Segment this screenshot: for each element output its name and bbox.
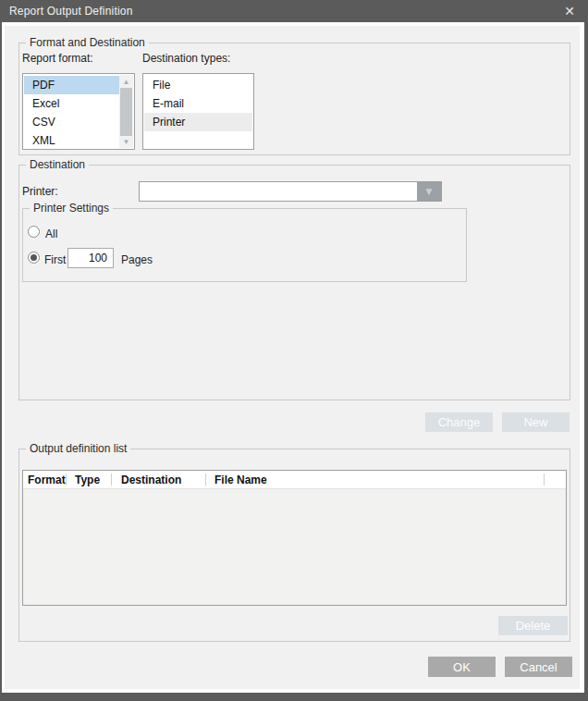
- report-format-listbox: PDF Excel CSV XML ▲ ▼: [22, 73, 135, 150]
- column-header-type[interactable]: Type: [67, 471, 112, 488]
- close-icon[interactable]: ✕: [558, 0, 581, 22]
- new-button[interactable]: New: [502, 412, 570, 432]
- change-button[interactable]: Change: [425, 412, 493, 432]
- radio-first[interactable]: [28, 252, 40, 264]
- window-border-bottom: [0, 693, 588, 701]
- first-pages-input[interactable]: [67, 248, 114, 268]
- table-header-row: Format Type Destination File Name: [23, 471, 566, 489]
- list-item-csv[interactable]: CSV: [24, 113, 120, 131]
- scrollbar-thumb[interactable]: [120, 88, 132, 136]
- radio-all-label: All: [45, 228, 57, 240]
- group-label: Output definition list: [26, 442, 130, 455]
- window-border-left: [0, 22, 2, 701]
- radio-first-label: First: [44, 253, 66, 266]
- report-output-definition-dialog: Report Output Definition ✕ Format and De…: [0, 0, 588, 701]
- radio-all[interactable]: [28, 226, 40, 238]
- printer-combobox[interactable]: ▼: [139, 181, 442, 202]
- list-item-pdf[interactable]: PDF: [24, 76, 120, 94]
- window-border-right: [584, 22, 588, 701]
- output-definition-table: Format Type Destination File Name: [22, 470, 567, 606]
- column-header-destination[interactable]: Destination: [112, 471, 206, 488]
- scroll-down-icon[interactable]: ▼: [119, 135, 133, 148]
- column-header-file-name[interactable]: File Name: [206, 471, 545, 488]
- title-bar: Report Output Definition ✕: [0, 0, 588, 22]
- destination-types-label: Destination types:: [142, 52, 230, 65]
- group-label: Printer Settings: [30, 202, 113, 215]
- dropdown-arrow-icon[interactable]: ▼: [417, 182, 441, 201]
- window-title: Report Output Definition: [9, 5, 133, 18]
- ok-button[interactable]: OK: [428, 657, 496, 677]
- printer-label: Printer:: [22, 185, 58, 198]
- cancel-button[interactable]: Cancel: [505, 657, 572, 677]
- scroll-up-icon[interactable]: ▲: [119, 75, 133, 88]
- list-item-excel[interactable]: Excel: [24, 94, 120, 113]
- printer-combobox-value: [143, 182, 413, 201]
- delete-button[interactable]: Delete: [498, 616, 568, 635]
- report-format-label: Report format:: [22, 52, 93, 65]
- vertical-scrollbar[interactable]: ▲ ▼: [119, 75, 133, 148]
- scrollbar-track[interactable]: [119, 88, 133, 135]
- column-header-spacer: [545, 471, 566, 488]
- destination-types-listbox: File E-mail Printer: [142, 73, 254, 150]
- group-printer-settings: Printer Settings: [22, 208, 467, 282]
- list-item-email[interactable]: E-mail: [144, 94, 252, 113]
- column-header-format[interactable]: Format: [23, 471, 67, 488]
- list-item-file[interactable]: File: [144, 76, 252, 94]
- group-label: Destination: [26, 158, 89, 171]
- pages-label: Pages: [121, 253, 153, 266]
- list-item-printer[interactable]: Printer: [144, 113, 252, 131]
- group-label: Format and Destination: [26, 36, 149, 49]
- table-body-empty: [23, 489, 566, 605]
- list-item-xml[interactable]: XML: [24, 131, 120, 150]
